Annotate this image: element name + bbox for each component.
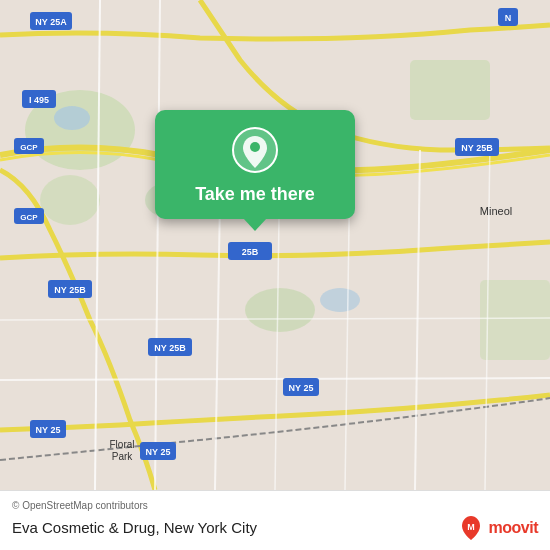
location-card[interactable]: Take me there (155, 110, 355, 219)
svg-rect-5 (480, 280, 550, 360)
svg-text:NY 25: NY 25 (146, 447, 171, 457)
svg-text:NY 25: NY 25 (289, 383, 314, 393)
location-pin-icon (231, 126, 279, 174)
map-attribution: © OpenStreetMap contributors (12, 500, 538, 511)
place-name: Eva Cosmetic & Drug, New York City (12, 519, 257, 536)
map-svg: NY 25A I 495 GCP GCP NY 25B 25B NY 25B N… (0, 0, 550, 490)
map-container: NY 25A I 495 GCP GCP NY 25B 25B NY 25B N… (0, 0, 550, 490)
moovit-logo: M moovit (457, 514, 538, 542)
svg-rect-3 (410, 60, 490, 120)
bottom-bar: © OpenStreetMap contributors Eva Cosmeti… (0, 490, 550, 550)
svg-point-46 (250, 142, 260, 152)
svg-text:25B: 25B (242, 247, 259, 257)
svg-text:NY 25B: NY 25B (461, 143, 493, 153)
moovit-text: moovit (489, 519, 538, 537)
svg-text:Floral: Floral (109, 439, 134, 450)
place-row: Eva Cosmetic & Drug, New York City M moo… (12, 514, 538, 542)
svg-text:GCP: GCP (20, 213, 38, 222)
svg-point-7 (54, 106, 90, 130)
svg-text:GCP: GCP (20, 143, 38, 152)
svg-point-8 (320, 288, 360, 312)
svg-text:Mineol: Mineol (480, 205, 512, 217)
svg-point-2 (40, 175, 100, 225)
moovit-icon: M (457, 514, 485, 542)
svg-text:NY 25: NY 25 (36, 425, 61, 435)
svg-text:NY 25A: NY 25A (35, 17, 67, 27)
svg-text:I 495: I 495 (29, 95, 49, 105)
svg-text:Park: Park (112, 451, 134, 462)
svg-text:NY 25B: NY 25B (54, 285, 86, 295)
take-me-there-label: Take me there (195, 184, 315, 205)
svg-text:NY 25B: NY 25B (154, 343, 186, 353)
svg-text:N: N (505, 13, 512, 23)
svg-point-4 (245, 288, 315, 332)
svg-text:M: M (467, 522, 475, 532)
